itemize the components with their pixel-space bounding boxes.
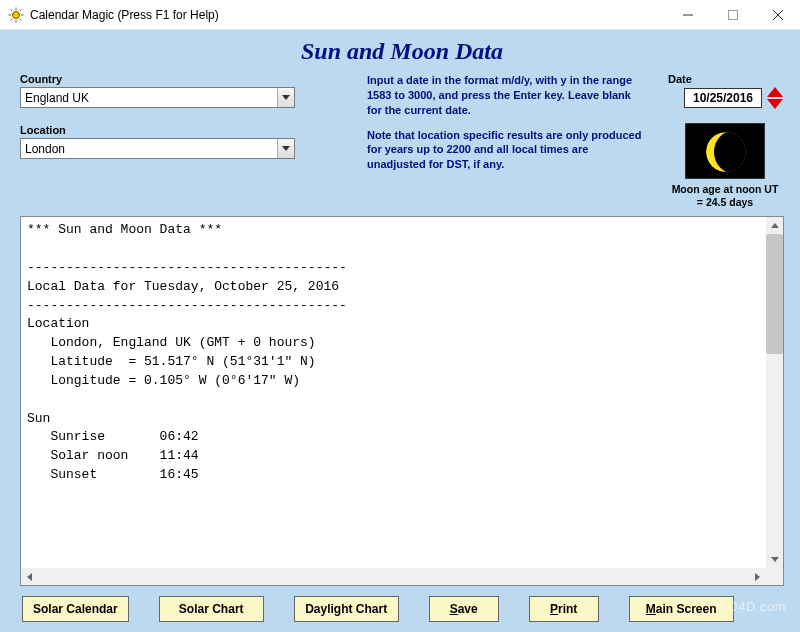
minimize-button[interactable]	[665, 0, 710, 29]
location-label: Location	[20, 124, 295, 136]
output-text[interactable]: *** Sun and Moon Data *** --------------…	[21, 217, 766, 568]
client-area: Sun and Moon Data Country England UK Loc…	[0, 30, 800, 632]
solar-chart-button[interactable]: Solar Chart	[159, 596, 264, 622]
svg-marker-22	[771, 557, 779, 562]
country-combobox[interactable]: England UK	[20, 87, 295, 108]
solar-calendar-button[interactable]: Solar Calendar	[22, 596, 129, 622]
svg-marker-15	[767, 87, 783, 97]
svg-marker-21	[771, 223, 779, 228]
scroll-track[interactable]	[766, 234, 783, 551]
country-label: Country	[20, 73, 295, 85]
svg-line-5	[11, 9, 13, 11]
moon-caption: Moon age at noon UT = 24.5 days	[666, 183, 784, 208]
date-spinner[interactable]	[766, 87, 784, 109]
scroll-right-icon[interactable]	[749, 568, 766, 585]
date-input[interactable]	[684, 88, 762, 108]
instruction-line-2: Note that location specific results are …	[367, 128, 648, 173]
svg-marker-14	[282, 146, 290, 151]
save-button[interactable]: Save	[429, 596, 499, 622]
instruction-line-1: Input a date in the format m/d/y, with y…	[367, 73, 648, 118]
scroll-thumb[interactable]	[766, 234, 783, 354]
page-title: Sun and Moon Data	[20, 38, 784, 65]
svg-line-8	[11, 18, 13, 20]
scroll-corner	[766, 568, 783, 585]
svg-line-7	[20, 9, 22, 11]
date-label: Date	[668, 73, 784, 85]
titlebar: Calendar Magic (Press F1 for Help)	[0, 0, 800, 30]
scroll-down-icon[interactable]	[766, 551, 783, 568]
scroll-track[interactable]	[38, 568, 749, 585]
location-combobox[interactable]: London	[20, 138, 295, 159]
instructions: Input a date in the format m/d/y, with y…	[307, 73, 654, 208]
window-title: Calendar Magic (Press F1 for Help)	[30, 8, 665, 22]
window-controls	[665, 0, 800, 29]
daylight-chart-button[interactable]: Daylight Chart	[294, 596, 399, 622]
svg-line-6	[20, 18, 22, 20]
svg-marker-24	[755, 573, 760, 581]
svg-marker-23	[27, 573, 32, 581]
country-value: England UK	[21, 91, 277, 105]
close-button[interactable]	[755, 0, 800, 29]
scroll-left-icon[interactable]	[21, 568, 38, 585]
svg-rect-10	[728, 10, 737, 19]
main-screen-button[interactable]: Main Screen	[629, 596, 734, 622]
location-value: London	[21, 142, 277, 156]
svg-point-0	[13, 11, 20, 18]
moon-phase-icon	[685, 123, 765, 179]
svg-point-20	[714, 130, 756, 174]
svg-marker-16	[767, 99, 783, 109]
scroll-up-icon[interactable]	[766, 217, 783, 234]
button-row: Solar Calendar Solar Chart Daylight Char…	[20, 596, 784, 622]
country-location-column: Country England UK Location London	[20, 73, 295, 208]
top-controls: Country England UK Location London Input…	[20, 73, 784, 208]
chevron-down-icon[interactable]	[277, 139, 294, 158]
date-moon-column: Date	[666, 73, 784, 208]
output-panel: *** Sun and Moon Data *** --------------…	[20, 216, 784, 586]
print-button[interactable]: Print	[529, 596, 599, 622]
horizontal-scrollbar[interactable]	[21, 568, 766, 585]
chevron-down-icon[interactable]	[277, 88, 294, 107]
maximize-button[interactable]	[710, 0, 755, 29]
app-icon	[8, 7, 24, 23]
svg-marker-13	[282, 95, 290, 100]
vertical-scrollbar[interactable]	[766, 217, 783, 568]
